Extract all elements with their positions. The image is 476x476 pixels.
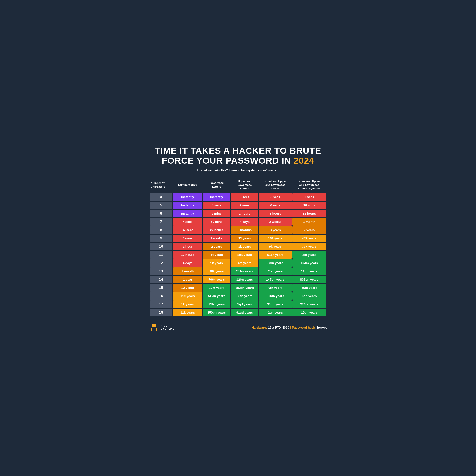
table-row: 141 year766k years12bn years147bn years8…: [150, 276, 326, 283]
cell-lower: 350bn years: [203, 309, 230, 316]
svg-marker-0: [152, 324, 153, 327]
cell-chars: 8: [150, 226, 172, 234]
cell-all: 3qd years: [292, 292, 326, 300]
cell-lower: 766k years: [203, 276, 230, 283]
table-row: 124 days1k years4m years38m years164m ye…: [150, 259, 326, 267]
subtitle-bar: How did we make this? Learn at hivesyste…: [149, 169, 327, 172]
cell-chars: 15: [150, 284, 172, 292]
cell-all: 1 month: [292, 218, 326, 226]
cell-chars: 5: [150, 202, 172, 209]
cell-chars: 17: [150, 301, 172, 308]
cell-numuplow: 38m years: [259, 259, 292, 267]
hive-logo-icon: [149, 323, 159, 332]
cell-all: 479 years: [292, 235, 326, 242]
table-row: 96 mins3 weeks33 years161 years479 years: [150, 235, 326, 242]
title-line2: FORCE YOUR PASSWORD IN: [162, 156, 291, 166]
cell-uplow: 4 days: [231, 218, 258, 226]
cell-numuplow: 147bn years: [259, 276, 292, 283]
cell-all: 33k years: [292, 243, 326, 250]
logo-text: HIVE SYSTEMS: [161, 324, 175, 330]
title-year: 2024: [294, 156, 314, 166]
cell-uplow: 1qd years: [231, 301, 258, 308]
col-header-chars: Number ofCharacters: [150, 178, 172, 193]
cell-all: 805bn years: [292, 276, 326, 283]
footer: HIVE SYSTEMS › Hardware: 12 x RTX 4090 |…: [149, 321, 327, 332]
cell-numuplow: 6 secs: [259, 193, 292, 201]
cell-chars: 18: [150, 309, 172, 316]
cell-chars: 6: [150, 210, 172, 217]
logo-area: HIVE SYSTEMS: [149, 323, 175, 332]
footer-hardware-value: 12 x RTX 4090: [268, 326, 289, 329]
svg-marker-1: [154, 324, 156, 327]
cell-chars: 16: [150, 292, 172, 300]
cell-all: 2m years: [292, 251, 326, 259]
cell-lower: Instantly: [203, 193, 230, 201]
cell-chars: 11: [150, 251, 172, 259]
cell-all: 9 secs: [292, 193, 326, 201]
cell-all: 11bn years: [292, 268, 326, 275]
table-row: 6Instantly2 mins2 hours6 hours12 hours: [150, 210, 326, 217]
cell-nums: 4 secs: [173, 218, 202, 226]
footer-arrow: ›: [250, 326, 251, 329]
col-header-lower: LowercaseLetters: [203, 178, 230, 193]
cell-chars: 12: [150, 259, 172, 267]
cell-nums: 6 mins: [173, 235, 202, 242]
title-line1: TIME IT TAKES A HACKER TO BRUTE: [155, 146, 321, 156]
cell-nums: 1 year: [173, 276, 202, 283]
cell-numuplow: 2bn years: [259, 268, 292, 275]
table-row: 171k years13bn years1qd years35qd years2…: [150, 301, 326, 308]
svg-marker-3: [152, 328, 153, 331]
cell-numuplow: 566tn years: [259, 292, 292, 300]
cell-numuplow: 3 years: [259, 226, 292, 234]
table-row: 1110 hours44 years89k years618k years2m …: [150, 251, 326, 259]
table-row: 5Instantly4 secs2 mins6 mins10 mins: [150, 202, 326, 209]
cell-lower: 44 years: [203, 251, 230, 259]
table-row: 131 month29k years241m years2bn years11b…: [150, 268, 326, 275]
cell-numuplow: 2 weeks: [259, 218, 292, 226]
cell-uplow: 1k years: [231, 243, 258, 250]
subtitle-line-right: [283, 170, 327, 170]
cell-nums: 11k years: [173, 309, 202, 316]
cell-uplow: 12bn years: [231, 276, 258, 283]
cell-nums: 4 days: [173, 259, 202, 267]
cell-uplow: 33tn years: [231, 292, 258, 300]
cell-chars: 13: [150, 268, 172, 275]
cell-chars: 7: [150, 218, 172, 226]
svg-marker-4: [154, 328, 156, 331]
cell-uplow: 2 mins: [231, 202, 258, 209]
cell-nums: 1k years: [173, 301, 202, 308]
subtitle-text: How did we make this? Learn at hivesyste…: [195, 169, 280, 172]
cell-numuplow: 2qn years: [259, 309, 292, 316]
cell-numuplow: 618k years: [259, 251, 292, 259]
cell-all: 56tn years: [292, 284, 326, 292]
table-row: 1811k years350bn years91qd years2qn year…: [150, 309, 326, 316]
cell-lower: 29k years: [203, 268, 230, 275]
cell-lower: 2 years: [203, 243, 230, 250]
cell-uplow: 33 years: [231, 235, 258, 242]
cell-all: 7 years: [292, 226, 326, 234]
footer-info: › Hardware: 12 x RTX 4090 | Password has…: [250, 326, 327, 329]
cell-nums: Instantly: [173, 210, 202, 217]
cell-uplow: 89k years: [231, 251, 258, 259]
cell-lower: 1k years: [203, 259, 230, 267]
cell-lower: 4 secs: [203, 202, 230, 209]
col-header-uplow: Upper andLowercaseLetters: [231, 178, 258, 193]
cell-numuplow: 161 years: [259, 235, 292, 242]
cell-chars: 4: [150, 193, 172, 201]
table-row: 74 secs50 mins4 days2 weeks1 month: [150, 218, 326, 226]
footer-hardware-label: Hardware:: [252, 326, 267, 329]
logo-line2: SYSTEMS: [161, 327, 175, 330]
cell-uplow: 2 hours: [231, 210, 258, 217]
table-row: 4InstantlyInstantly3 secs6 secs9 secs: [150, 193, 326, 201]
col-header-nums: Numbers Only: [173, 178, 202, 193]
cell-all: 164m years: [292, 259, 326, 267]
main-title: TIME IT TAKES A HACKER TO BRUTE FORCE YO…: [149, 146, 327, 165]
cell-lower: 50 mins: [203, 218, 230, 226]
cell-chars: 10: [150, 243, 172, 250]
password-table: Number ofCharacters Numbers Only Lowerca…: [149, 177, 327, 317]
cell-uplow: 652bn years: [231, 284, 258, 292]
cell-nums: 1 hour: [173, 243, 202, 250]
table-row: 101 hour2 years1k years9k years33k years: [150, 243, 326, 250]
cell-all: 19qn years: [292, 309, 326, 316]
cell-numuplow: 9tn years: [259, 284, 292, 292]
